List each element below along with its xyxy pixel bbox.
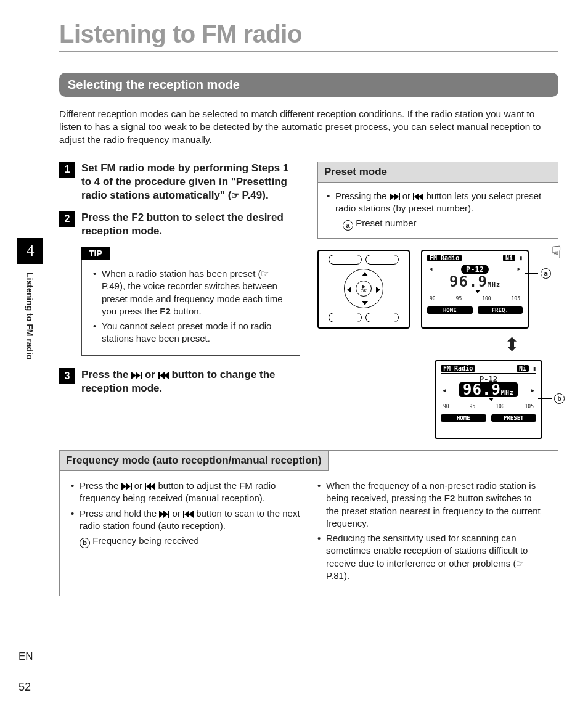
tip-label: TIP [81, 247, 110, 260]
callout-b-marker: b [80, 538, 90, 548]
battery-icon: Ni ▮ [517, 365, 536, 372]
prev-track-icon [413, 193, 423, 200]
frequency-mode-heading: Frequency mode (auto reception/manual re… [60, 451, 329, 471]
intro-paragraph: Different reception modes can be selecte… [59, 108, 558, 147]
list-item: Reducing the sensitivity used for scanni… [317, 532, 547, 582]
next-track-icon [131, 372, 142, 379]
preset-panel-item: Pressing the or button lets you select p… [327, 190, 549, 215]
pointing-hand-icon: ☟ [545, 241, 567, 263]
lcd-frequency-mode: FM Radio Ni ▮ P-12 ◂ 96.9MHz ▸ 909510010… [435, 360, 542, 439]
callout-b: b [538, 393, 565, 404]
frequency-mode-right-list: When the frequency of a non-preset radio… [317, 480, 547, 585]
preset-mode-heading: Preset mode [317, 162, 558, 182]
device-button [365, 313, 399, 322]
battery-icon: Ni ▮ [503, 255, 523, 261]
step-1-text: Set FM radio mode by performing Steps 1 … [81, 162, 300, 202]
softkey-home: HOME [427, 306, 473, 314]
left-arrow-icon: ◂ [428, 264, 433, 273]
device-button [329, 255, 362, 265]
list-item: Press and hold the or button to scan to … [71, 507, 300, 548]
reference-icon: ☞ [231, 190, 242, 200]
list-item: Press the or button to adjust the FM rad… [71, 480, 300, 505]
lcd-frequency-scale: 9095100105 [441, 401, 536, 413]
side-running-head: Listening to FM radio [25, 273, 35, 360]
left-arrow-icon: ◂ [442, 385, 447, 395]
step-number: 1 [59, 162, 75, 178]
lcd-mode-label: FM Radio [427, 255, 462, 261]
tip-item: You cannot select preset mode if no radi… [93, 320, 291, 345]
device-diagram: ☟ ▶OK [317, 250, 410, 329]
page-title: Listening to FM radio [59, 21, 558, 52]
next-track-icon [390, 193, 400, 200]
step-2: 2 Press the F2 button to select the desi… [59, 211, 300, 238]
step-2-text: Press the F2 button to select the desire… [81, 211, 300, 238]
lcd-frequency-scale: 9095100105 [427, 293, 523, 305]
right-arrow-icon: ▸ [530, 385, 535, 395]
softkey-freq: FREQ. [478, 306, 523, 314]
softkey-home: HOME [441, 414, 486, 422]
device-button [365, 255, 399, 265]
callout-a-marker: a [343, 220, 353, 231]
section-heading: Selecting the reception mode [59, 73, 558, 97]
side-tab: 4 Listening to FM radio [17, 238, 46, 360]
right-column: Preset mode Pressing the or button lets … [317, 162, 558, 439]
page-language: EN [18, 650, 33, 663]
preset-mode-panel: Pressing the or button lets you select p… [317, 182, 558, 239]
step-3: 3 Press the or button to change the rece… [59, 368, 300, 395]
page-number: 52 [18, 681, 31, 694]
step-3-text: Press the or button to change the recept… [81, 368, 300, 395]
device-button [329, 313, 362, 322]
dpad: ▶OK [344, 269, 383, 308]
lcd-mode-label: FM Radio [441, 365, 475, 372]
step-number: 2 [59, 211, 75, 227]
tip-item: When a radio station has been preset (☞ … [93, 268, 291, 318]
step-1: 1 Set FM radio mode by performing Steps … [59, 162, 300, 202]
right-arrow-icon: ▸ [517, 264, 521, 273]
lcd-frequency-highlighted: 96.9MHz [459, 382, 518, 397]
next-track-icon [159, 511, 169, 518]
lcd-preset-mode: FM Radio Ni ▮ ◂ P-12 ▸ 96.9MHz 909510010… [421, 250, 529, 329]
chapter-number: 4 [17, 238, 43, 264]
lcd-frequency: 96.9MHz [427, 274, 523, 289]
frequency-mode-left-list: Press the or button to adjust the FM rad… [71, 480, 300, 585]
callout-a-definition: a Preset number [327, 217, 549, 231]
callout-a: a [525, 268, 551, 279]
list-item: When the frequency of a non-preset radio… [317, 480, 547, 530]
mode-switch-arrow-icon: ⬍ [465, 334, 558, 355]
softkey-preset: PRESET [491, 414, 537, 422]
prev-track-icon [158, 372, 169, 379]
prev-track-icon [145, 483, 155, 490]
step-number: 3 [59, 368, 75, 384]
next-track-icon [121, 483, 132, 490]
left-column: 1 Set FM radio mode by performing Steps … [59, 162, 300, 439]
frequency-mode-panel: Frequency mode (auto reception/manual re… [59, 450, 558, 596]
callout-b-definition: b Frequency being received [80, 535, 300, 548]
ok-button: ▶OK [356, 281, 372, 297]
tip-box: When a radio station has been preset (☞ … [81, 260, 300, 356]
prev-track-icon [183, 511, 194, 518]
